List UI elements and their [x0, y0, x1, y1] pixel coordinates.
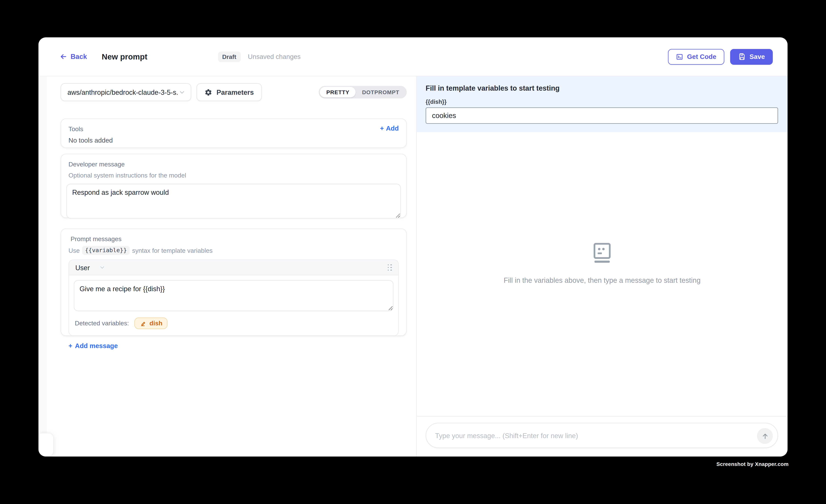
save-floppy-icon	[738, 53, 746, 61]
save-label: Save	[750, 53, 765, 60]
developer-message-textarea[interactable]: Respond as jack sparrow would	[66, 184, 401, 218]
view-mode-toggle: PRETTY DOTPROMPT	[319, 86, 407, 98]
robot-face-icon	[592, 243, 612, 264]
message-role-select[interactable]: User	[75, 263, 90, 271]
variable-value-input[interactable]	[426, 107, 778, 124]
back-arrow-icon	[60, 53, 67, 61]
parameters-button[interactable]: Parameters	[196, 83, 262, 101]
page-title: New prompt	[102, 52, 148, 61]
toggle-option-pretty[interactable]: PRETTY	[320, 87, 356, 98]
arrow-up-icon	[761, 432, 769, 440]
screenshot-stage: Back New prompt Draft Unsaved changes Ge…	[0, 0, 826, 504]
add-tool-label: Add	[386, 125, 399, 132]
tools-title: Tools	[68, 125, 399, 133]
back-label: Back	[71, 53, 87, 61]
chevron-down-icon	[179, 89, 185, 96]
back-button[interactable]: Back	[60, 53, 87, 61]
prompt-messages-section: Prompt messages Use {{variable}} syntax …	[61, 229, 407, 336]
add-tool-button[interactable]: + Add	[380, 125, 399, 132]
model-toolbar: aws/anthropic/bedrock-claude-3-5-s... Pa…	[61, 83, 407, 101]
variables-panel-title: Fill in template variables to start test…	[426, 84, 778, 92]
template-variables-panel: Fill in template variables to start test…	[417, 76, 788, 132]
drag-handle-icon[interactable]	[388, 264, 392, 271]
unsaved-changes-text: Unsaved changes	[248, 53, 301, 60]
header: Back New prompt Draft Unsaved changes Ge…	[39, 37, 787, 76]
plus-icon: +	[68, 342, 72, 350]
save-button[interactable]: Save	[730, 49, 773, 65]
get-code-button[interactable]: Get Code	[668, 49, 724, 65]
variable-syntax-chip: {{variable}}	[82, 246, 129, 255]
message-block: User Give me a recipe for {{dish}} Detec…	[68, 259, 399, 336]
terminal-icon	[676, 53, 683, 60]
test-pane: Fill in template variables to start test…	[416, 76, 787, 456]
plus-icon: +	[380, 125, 384, 132]
detected-variables-row: Detected variables: dish	[74, 313, 394, 335]
chat-message-input[interactable]	[435, 432, 752, 439]
toggle-option-dotprompt[interactable]: DOTPROMPT	[356, 87, 406, 98]
message-body: Give me a recipe for {{dish}} Detected v…	[69, 275, 398, 335]
corner-popover	[39, 433, 54, 456]
subtitle-suffix: syntax for template variables	[132, 247, 213, 254]
watermark-text: Screenshot by Xnapper.com	[716, 461, 788, 467]
message-header: User	[69, 260, 398, 275]
tools-empty-text: No tools added	[68, 137, 399, 144]
detected-variables-label: Detected variables:	[75, 320, 129, 327]
prompt-messages-subtitle: Use {{variable}} syntax for template var…	[68, 246, 399, 255]
window-body: aws/anthropic/bedrock-claude-3-5-s... Pa…	[39, 76, 787, 456]
developer-message-section: Developer message Optional system instru…	[61, 154, 407, 218]
chat-empty-state: Fill in the variables above, then type a…	[417, 132, 788, 416]
empty-state-text: Fill in the variables above, then type a…	[504, 276, 701, 284]
tools-section: Tools + Add No tools added	[61, 118, 407, 148]
chevron-down-icon[interactable]	[99, 264, 106, 271]
developer-message-subtitle: Optional system instructions for the mod…	[66, 172, 401, 179]
send-message-button[interactable]	[757, 428, 773, 444]
parameters-label: Parameters	[217, 88, 254, 96]
chat-input-bar	[417, 416, 788, 456]
prompt-editor-pane: aws/anthropic/bedrock-claude-3-5-s... Pa…	[39, 76, 416, 456]
subtitle-prefix: Use	[68, 247, 80, 254]
edit-pencil-icon	[139, 320, 146, 327]
add-message-button[interactable]: + Add message	[68, 342, 399, 350]
prompt-messages-title: Prompt messages	[68, 235, 399, 243]
app-window: Back New prompt Draft Unsaved changes Ge…	[39, 37, 787, 456]
header-actions: Get Code Save	[668, 49, 773, 65]
model-select[interactable]: aws/anthropic/bedrock-claude-3-5-s...	[61, 83, 191, 101]
developer-message-title: Developer message	[66, 161, 401, 168]
get-code-label: Get Code	[687, 53, 716, 60]
status-badge: Draft	[218, 51, 240, 62]
variable-chip-dish[interactable]: dish	[134, 317, 168, 329]
add-message-label: Add message	[75, 342, 118, 350]
chat-input-container	[426, 423, 778, 448]
variable-chip-label: dish	[150, 320, 162, 327]
message-textarea[interactable]: Give me a recipe for {{dish}}	[74, 280, 394, 311]
variable-key-label: {{dish}}	[426, 99, 778, 105]
model-select-value: aws/anthropic/bedrock-claude-3-5-s...	[67, 88, 179, 96]
gear-icon	[204, 88, 212, 96]
